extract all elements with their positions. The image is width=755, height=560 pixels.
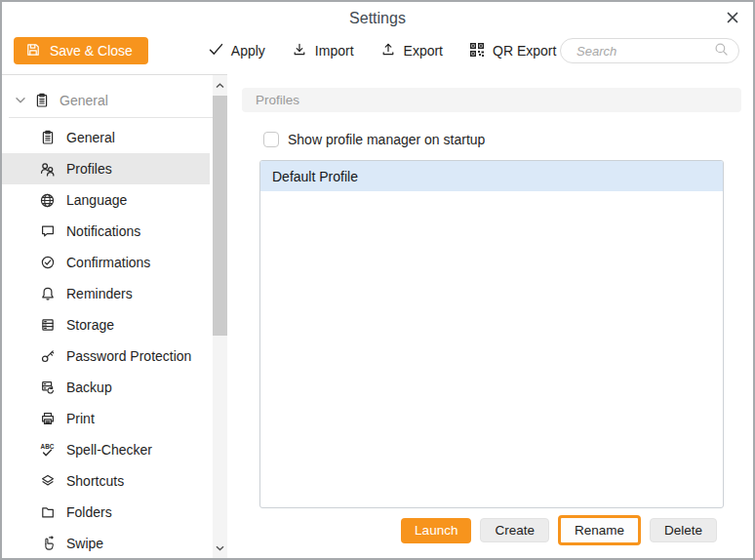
sidebar-item-folders[interactable]: Folders — [2, 497, 210, 528]
scroll-up-icon[interactable] — [213, 77, 227, 94]
checkbox-unchecked[interactable] — [263, 132, 279, 147]
scroll-down-icon[interactable] — [213, 540, 227, 556]
titlebar: Settings — [2, 2, 753, 33]
search-input[interactable] — [576, 44, 714, 59]
check-icon — [209, 43, 223, 59]
qr-export-label: QR Export — [493, 43, 556, 59]
launch-button[interactable]: Launch — [401, 518, 471, 543]
delete-button[interactable]: Delete — [650, 518, 717, 542]
settings-sidebar: General General — [2, 74, 227, 558]
profiles-panel: Profiles Show profile manager on startup… — [227, 74, 753, 558]
close-button[interactable] — [723, 9, 742, 28]
swipe-hand-icon — [39, 536, 56, 552]
sidebar-scrollbar[interactable] — [213, 75, 227, 558]
sidebar-item-spell-checker[interactable]: ABC Spell-Checker — [2, 434, 210, 465]
apply-label: Apply — [231, 43, 265, 59]
export-label: Export — [404, 43, 443, 59]
layers-icon — [39, 473, 56, 490]
sidebar-item-label: Swipe — [66, 536, 103, 551]
sidebar-item-label: Password Protection — [66, 348, 191, 364]
bell-icon — [39, 286, 56, 302]
import-icon — [292, 42, 307, 60]
search-icon — [714, 42, 729, 60]
search-box[interactable] — [560, 38, 739, 63]
sidebar-item-confirmations[interactable]: Confirmations — [2, 247, 210, 278]
people-icon — [39, 161, 56, 178]
sidebar-item-label: Confirmations — [66, 255, 150, 270]
sidebar-item-notifications[interactable]: Notifications — [2, 216, 210, 247]
sidebar-item-general[interactable]: General — [2, 122, 210, 153]
sidebar-item-language[interactable]: Language — [2, 184, 210, 216]
save-close-button[interactable]: Save & Close — [14, 37, 148, 64]
sidebar-item-shortcuts[interactable]: Shortcuts — [2, 465, 210, 497]
window-title: Settings — [2, 10, 753, 27]
folder-icon — [39, 504, 56, 521]
sidebar-item-profiles[interactable]: Profiles — [2, 153, 210, 184]
clipboard-icon — [39, 130, 56, 146]
sidebar-item-label: Storage — [66, 317, 114, 333]
sidebar-item-storage[interactable]: Storage — [2, 309, 210, 340]
sidebar-item-password-protection[interactable]: Password Protection — [2, 340, 210, 372]
sidebar-item-label: Spell-Checker — [66, 442, 152, 458]
sidebar-item-label: Folders — [66, 504, 112, 520]
sidebar-item-label: Language — [66, 192, 127, 208]
sidebar-item-reminders[interactable]: Reminders — [2, 278, 210, 309]
sidebar-nav: General General — [2, 87, 213, 559]
content-area: General General — [2, 74, 753, 558]
save-icon — [25, 42, 41, 60]
close-icon — [727, 12, 738, 26]
sidebar-item-swipe[interactable]: Swipe — [2, 528, 210, 559]
rename-button[interactable]: Rename — [558, 515, 641, 545]
toolbar: Save & Close Apply Import — [2, 33, 753, 74]
storage-icon — [39, 317, 56, 334]
chevron-down-icon — [10, 97, 31, 104]
sidebar-item-label: Shortcuts — [66, 473, 124, 489]
profile-row-default[interactable]: Default Profile — [260, 161, 723, 191]
speech-bubble-icon — [39, 223, 56, 240]
spellcheck-icon: ABC — [39, 442, 56, 459]
sidebar-item-label: Backup — [66, 380, 112, 395]
sidebar-item-label: Print — [66, 411, 95, 426]
export-button[interactable]: Export — [380, 42, 443, 60]
sidebar-divider — [9, 117, 213, 118]
sidebar-item-label: Notifications — [66, 223, 140, 239]
checkbox-label: Show profile manager on startup — [288, 132, 485, 147]
qr-code-icon — [469, 42, 485, 60]
apply-button[interactable]: Apply — [209, 43, 265, 59]
profile-list[interactable]: Default Profile — [259, 160, 724, 508]
sidebar-item-backup[interactable]: Backup — [2, 372, 210, 403]
backup-icon — [39, 380, 56, 396]
section-title: Profiles — [242, 88, 741, 112]
sidebar-item-print[interactable]: Print — [2, 403, 210, 434]
sidebar-item-label: General — [66, 130, 115, 145]
import-button[interactable]: Import — [292, 42, 354, 60]
scrollbar-thumb[interactable] — [213, 96, 227, 336]
import-label: Import — [315, 43, 354, 59]
check-circle-icon — [39, 255, 56, 271]
printer-icon — [39, 411, 56, 427]
sidebar-item-label: Reminders — [66, 286, 133, 301]
settings-window: Settings Save & Close Appl — [0, 0, 755, 560]
show-profile-manager-checkbox-row[interactable]: Show profile manager on startup — [263, 132, 741, 147]
clipboard-icon — [33, 93, 50, 109]
sidebar-item-label: Profiles — [66, 161, 112, 177]
export-icon — [380, 42, 396, 60]
sidebar-group-general[interactable]: General — [2, 87, 213, 114]
create-button[interactable]: Create — [480, 518, 549, 542]
key-icon — [39, 348, 56, 365]
sidebar-group-label: General — [60, 93, 108, 108]
profile-buttons: Launch Create Rename Delete — [242, 515, 717, 545]
qr-export-button[interactable]: QR Export — [469, 42, 556, 60]
toolbar-actions: Apply Import Export — [209, 42, 557, 60]
globe-icon — [39, 192, 56, 209]
svg-text:ABC: ABC — [41, 442, 55, 449]
save-close-label: Save & Close — [50, 43, 133, 59]
